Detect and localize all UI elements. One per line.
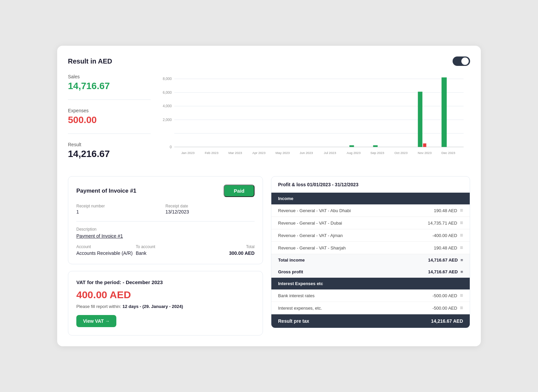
pnl-value-bank-interest: -500.00 AED ≡: [432, 292, 463, 299]
svg-text:0: 0: [170, 145, 172, 149]
result-pre-tax-label: Result pre tax: [278, 318, 309, 324]
pnl-row-sharjah: Revenue - General - VAT - Sharjah 190.48…: [271, 242, 470, 254]
menu-dots-gross[interactable]: ≡: [460, 269, 463, 274]
total-income-value: 14,716.67 AED ≡: [428, 258, 463, 263]
pnl-label-bank-interest: Bank interest rates: [278, 293, 314, 298]
header-row: Result in AED: [68, 56, 470, 66]
svg-text:Apr 2023: Apr 2023: [253, 151, 266, 155]
pnl-value-ajman: -400.00 AED ≡: [432, 232, 463, 238]
paid-button[interactable]: Paid: [224, 185, 255, 197]
pnl-row-dubai: Revenue - General - VAT - Dubai 14,735.7…: [271, 217, 470, 229]
menu-dots-1[interactable]: ≡: [460, 207, 463, 213]
main-card: Result in AED Sales 14,716.67 Expenses 5…: [57, 46, 481, 346]
pnl-label-abu-dhabi: Revenue - General - VAT - Abu Dhabi: [278, 208, 351, 213]
pnl-header: Profit & loss 01/01/2023 - 31/12/2023: [271, 177, 470, 193]
total-value: 300.00 AED: [195, 250, 255, 256]
vat-amount: 400.00 AED: [76, 289, 255, 301]
toggle-knob: [461, 57, 469, 65]
svg-text:Aug 2023: Aug 2023: [347, 151, 360, 155]
vat-notice-bold: 12 days - (29. January - 2024): [122, 304, 183, 309]
pnl-label-ajman: Revenue - General - VAT - Ajman: [278, 233, 343, 238]
pnl-value-sharjah: 190.48 AED ≡: [434, 245, 463, 251]
pnl-value-interest-expenses: -500.00 AED ≡: [432, 305, 463, 311]
toggle-switch[interactable]: [453, 56, 470, 66]
expenses-value: 500.00: [68, 115, 151, 125]
svg-text:Mar 2023: Mar 2023: [228, 151, 242, 155]
description-label: Description: [76, 227, 255, 232]
sales-stat: Sales 14,716.67: [68, 74, 151, 91]
account-field: Account Accounts Receivable (A/R): [76, 244, 136, 256]
interest-section-header: Interest Expenses etc: [271, 278, 470, 289]
to-account-label: To account: [136, 244, 195, 249]
sales-value: 14,716.67: [68, 81, 151, 91]
invoice-title: Payment of Invoice #1: [76, 188, 137, 194]
gross-profit-value: 14,716.67 AED ≡: [428, 269, 463, 274]
account-label: Account: [76, 244, 136, 249]
bar-nov-red: [423, 144, 426, 147]
svg-text:May 2023: May 2023: [275, 151, 290, 155]
sales-label: Sales: [68, 74, 151, 79]
pnl-value-abu-dhabi: 190.48 AED ≡: [434, 207, 463, 213]
page-title: Result in AED: [68, 57, 112, 65]
chart-container: 8,000 6,000 4,000 2,000 0: [159, 74, 470, 168]
menu-dots-total[interactable]: ≡: [460, 258, 463, 263]
pnl-row-bank-interest: Bank interest rates -500.00 AED ≡: [271, 289, 470, 302]
total-income-row: Total income 14,716.67 AED ≡: [271, 254, 470, 266]
svg-text:Sep 2023: Sep 2023: [371, 151, 384, 155]
pnl-label-interest-expenses: Interest expenses, etc.: [278, 306, 322, 311]
pnl-label-dubai: Revenue - General - VAT - Dubai: [278, 221, 342, 226]
svg-text:Jan 2023: Jan 2023: [181, 151, 195, 155]
menu-dots-4[interactable]: ≡: [460, 245, 463, 251]
result-value: 14,216.67: [68, 149, 151, 159]
receipt-number-value: 1: [76, 209, 165, 214]
menu-dots-6[interactable]: ≡: [460, 305, 463, 311]
income-section-header: Income: [271, 193, 470, 204]
result-pre-tax-value: 14,216.67 AED: [431, 318, 463, 324]
receipt-date-value: 13/12/2023: [165, 209, 255, 214]
pnl-row-interest-expenses: Interest expenses, etc. -500.00 AED ≡: [271, 302, 470, 314]
total-income-label: Total income: [278, 258, 305, 263]
result-label: Result: [68, 142, 151, 147]
svg-text:Oct 2023: Oct 2023: [394, 151, 408, 155]
bar-aug-green: [349, 145, 354, 147]
to-account-value: Bank: [136, 250, 195, 256]
pnl-card: Profit & loss 01/01/2023 - 31/12/2023 In…: [271, 176, 470, 336]
menu-dots-2[interactable]: ≡: [460, 220, 463, 226]
invoice-fields: Receipt number 1 Receipt date 13/12/2023: [76, 204, 255, 214]
svg-text:Nov 2023: Nov 2023: [418, 151, 431, 155]
svg-text:Jul 2023: Jul 2023: [324, 151, 336, 155]
gross-profit-row: Gross profit 14,716.67 AED ≡: [271, 266, 470, 278]
account-value: Accounts Receivable (A/R): [76, 250, 136, 256]
view-vat-button[interactable]: View VAT →: [76, 315, 116, 327]
gross-profit-label: Gross profit: [278, 269, 303, 274]
receipt-date-field: Receipt date 13/12/2023: [165, 204, 255, 214]
pnl-row-ajman: Revenue - General - VAT - Ajman -400.00 …: [271, 229, 470, 242]
receipt-date-label: Receipt date: [165, 204, 255, 208]
top-section: Sales 14,716.67 Expenses 500.00 Result 1…: [68, 74, 470, 168]
bar-nov-green: [418, 92, 423, 147]
bar-chart: 8,000 6,000 4,000 2,000 0: [159, 74, 470, 168]
menu-dots-5[interactable]: ≡: [460, 292, 463, 299]
bar-sep-green: [373, 145, 378, 147]
stats-panel: Sales 14,716.67 Expenses 500.00 Result 1…: [68, 74, 159, 168]
vat-notice: Please fill report within: 12 days - (29…: [76, 304, 255, 309]
description-link[interactable]: Payment of Invoice #1: [76, 233, 123, 239]
left-col: Payment of Invoice #1 Paid Receipt numbe…: [68, 176, 263, 336]
result-stat: Result 14,216.67: [68, 142, 151, 159]
total-field: Total 300.00 AED: [195, 244, 255, 256]
receipt-number-field: Receipt number 1: [76, 204, 165, 214]
total-label: Total: [195, 244, 255, 249]
description-field: Description Payment of Invoice #1: [76, 227, 255, 239]
vat-title: VAT for the period: - December 2023: [76, 279, 255, 285]
expenses-stat: Expenses 500.00: [68, 108, 151, 125]
receipt-number-label: Receipt number: [76, 204, 165, 208]
bottom-section: Payment of Invoice #1 Paid Receipt numbe…: [68, 176, 470, 336]
vat-card: VAT for the period: - December 2023 400.…: [68, 271, 263, 336]
to-account-field: To account Bank: [136, 244, 195, 256]
svg-text:6,000: 6,000: [163, 90, 172, 94]
svg-text:8,000: 8,000: [163, 77, 172, 81]
invoice-header: Payment of Invoice #1 Paid: [76, 185, 255, 197]
menu-dots-3[interactable]: ≡: [460, 232, 463, 238]
result-pre-tax-row: Result pre tax 14,216.67 AED: [271, 314, 470, 328]
svg-text:4,000: 4,000: [163, 104, 172, 108]
